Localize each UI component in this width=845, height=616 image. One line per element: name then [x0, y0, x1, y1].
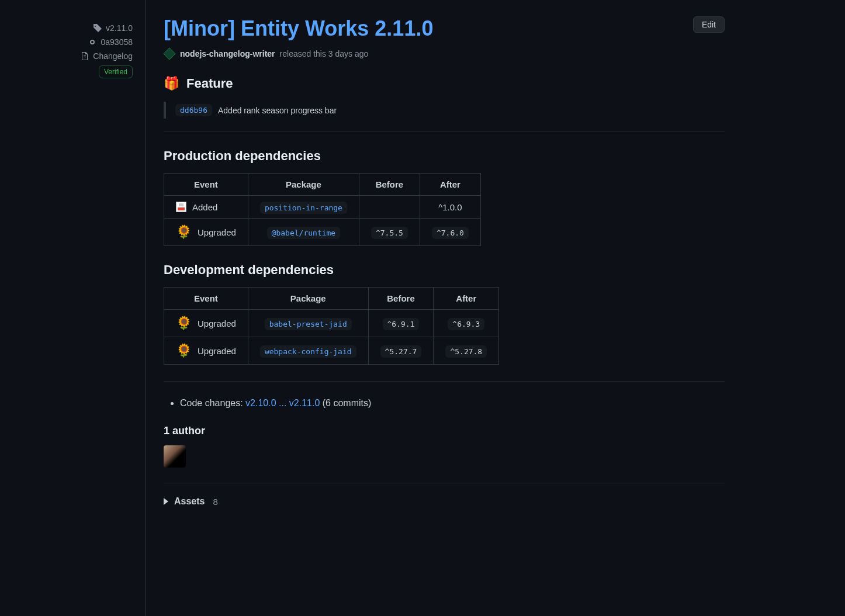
before-cell	[359, 196, 420, 219]
file-icon	[80, 51, 89, 61]
col-before: Before	[359, 174, 420, 196]
after-version: ^7.6.0	[432, 227, 469, 239]
col-package: Package	[248, 288, 368, 310]
release-sidebar: v2.11.0 0a93058 Changelog Verified	[0, 0, 146, 616]
package-name[interactable]: babel-preset-jaid	[265, 318, 352, 330]
commit-hash: 0a93058	[101, 37, 133, 47]
floppy-icon	[176, 202, 186, 212]
notes-list: Code changes: v2.10.0 ... v2.11.0 (6 com…	[164, 398, 725, 409]
divider	[164, 131, 725, 132]
changes-link[interactable]: v2.10.0 ... v2.11.0	[245, 398, 320, 408]
author-avatar[interactable]	[164, 445, 186, 468]
col-package: Package	[248, 174, 359, 196]
triangle-right-icon	[164, 498, 168, 505]
list-item: Code changes: v2.10.0 ... v2.11.0 (6 com…	[180, 398, 725, 409]
table-row: 🌻Upgraded webpack-config-jaid ^5.27.7 ^5…	[164, 337, 499, 365]
gift-icon: 🎁	[164, 76, 179, 91]
table-row: 🌻Upgraded babel-preset-jaid ^6.9.1 ^6.9.…	[164, 310, 499, 337]
prod-deps-heading: Production dependencies	[164, 148, 725, 164]
dev-deps-heading: Development dependencies	[164, 262, 725, 278]
verified-badge[interactable]: Verified	[99, 65, 133, 78]
col-event: Event	[164, 174, 248, 196]
prod-deps-table: Event Package Before After Added positio…	[164, 173, 481, 246]
tag-icon	[93, 23, 102, 33]
assets-toggle[interactable]: Assets 8	[164, 483, 725, 507]
author-count-heading: 1 author	[164, 425, 725, 437]
table-row: 🌻Upgraded @babel/runtime ^7.5.5 ^7.6.0	[164, 219, 481, 246]
event-label: Added	[192, 202, 217, 212]
changelog-label: Changelog	[93, 51, 133, 61]
tag-row[interactable]: v2.11.0	[0, 21, 146, 35]
event-label: Upgraded	[198, 319, 236, 328]
before-version: ^7.5.5	[371, 227, 408, 239]
sunflower-icon: 🌻	[176, 316, 192, 331]
edit-button[interactable]: Edit	[693, 16, 725, 33]
sunflower-icon: 🌻	[176, 224, 192, 240]
changes-prefix: Code changes:	[180, 398, 245, 408]
assets-count: 8	[213, 497, 217, 507]
assets-label: Assets	[174, 496, 205, 507]
tag-label: v2.11.0	[106, 23, 133, 33]
col-after: After	[434, 288, 499, 310]
col-before: Before	[368, 288, 434, 310]
author-name[interactable]: nodejs-changelog-writer	[180, 49, 275, 58]
after-version: ^5.27.8	[445, 345, 487, 358]
package-name[interactable]: webpack-config-jaid	[260, 345, 356, 358]
package-name[interactable]: position-in-range	[260, 202, 347, 214]
event-label: Upgraded	[198, 346, 236, 356]
feature-commit-hash[interactable]: dd6b96	[175, 104, 212, 116]
after-cell: ^1.0.0	[420, 196, 480, 219]
divider	[164, 381, 725, 382]
package-name[interactable]: @babel/runtime	[267, 227, 341, 239]
before-version: ^5.27.7	[380, 345, 422, 358]
author-avatar-icon	[163, 47, 175, 60]
feature-item: dd6b96 Added rank season progress bar	[164, 102, 725, 119]
table-row: Added position-in-range ^1.0.0	[164, 196, 481, 219]
changelog-row[interactable]: Changelog	[0, 49, 146, 63]
feature-heading-label: Feature	[186, 76, 233, 91]
changes-suffix: (6 commits)	[320, 398, 371, 408]
col-event: Event	[164, 288, 248, 310]
feature-heading: 🎁 Feature	[164, 76, 725, 91]
release-meta: nodejs-changelog-writer released this 3 …	[164, 48, 725, 60]
event-label: Upgraded	[198, 227, 236, 237]
release-main: [Minor] Entity Works 2.11.0 Edit nodejs-…	[146, 0, 742, 616]
feature-description: Added rank season progress bar	[218, 106, 337, 115]
dev-deps-table: Event Package Before After 🌻Upgraded bab…	[164, 287, 499, 365]
before-version: ^6.9.1	[383, 318, 420, 330]
released-text: released this 3 days ago	[280, 49, 369, 58]
after-version: ^6.9.3	[448, 318, 484, 330]
commit-icon	[88, 37, 97, 47]
commit-row[interactable]: 0a93058	[0, 35, 146, 49]
sunflower-icon: 🌻	[176, 343, 192, 358]
col-after: After	[420, 174, 480, 196]
release-title[interactable]: [Minor] Entity Works 2.11.0	[164, 16, 433, 41]
